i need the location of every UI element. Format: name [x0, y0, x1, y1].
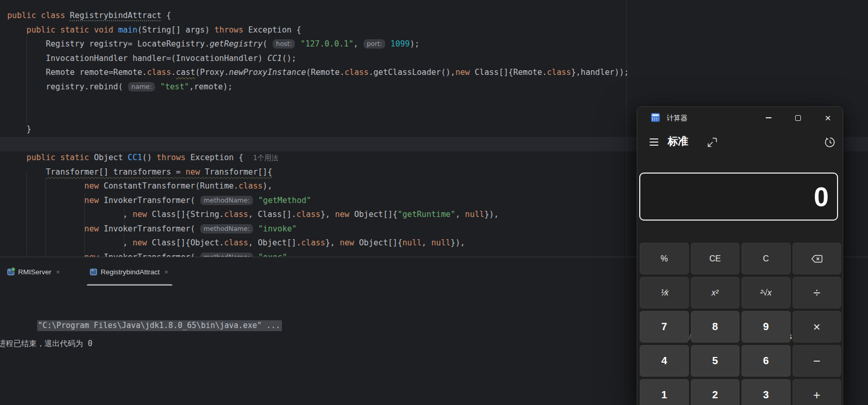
running-indicator: [11, 267, 15, 272]
window-controls: ✕: [754, 107, 843, 129]
console-line-command[interactable]: "C:\Program Files\Java\jdk1.8.0_65\bin\j…: [0, 309, 282, 342]
key-6[interactable]: 6: [741, 345, 791, 377]
code-line[interactable]: new InvokerTransformer( methodName: "get…: [7, 194, 311, 208]
run-tabs: RMIServer×RegistrybindAttract×: [4, 257, 172, 286]
code-line[interactable]: registry.rebind( name: "test",remote);: [7, 80, 232, 95]
key-CE[interactable]: CE: [691, 243, 740, 274]
calculator-titlebar[interactable]: 计算器 ✕: [637, 107, 843, 129]
tab-label: RMIServer: [18, 268, 52, 276]
key-8[interactable]: 8: [691, 311, 740, 342]
key-²√x[interactable]: ²√x: [741, 277, 791, 308]
key-C[interactable]: C: [741, 243, 791, 274]
tab-label: RegistrybindAttract: [101, 268, 160, 276]
maximize-icon: [795, 115, 801, 121]
key-5[interactable]: 5: [691, 345, 740, 377]
close-tab-icon[interactable]: ×: [163, 269, 169, 275]
key-2[interactable]: 2: [691, 379, 740, 405]
minimize-button[interactable]: [754, 107, 783, 129]
keypad: %CEC⅟xx²²√x÷789×456−123+: [640, 243, 841, 405]
run-tab-RegistrybindAttract[interactable]: RegistrybindAttract×: [87, 257, 172, 286]
close-icon: ✕: [825, 114, 831, 122]
key-x²[interactable]: x²: [691, 277, 740, 308]
key-4[interactable]: 4: [640, 345, 689, 377]
history-icon[interactable]: [824, 136, 836, 148]
code-line[interactable]: , new Class[]{Object.class, Object[].cla…: [7, 236, 465, 251]
calculator-navbar: 标准: [637, 131, 843, 155]
console-tab-icon: [90, 269, 97, 275]
code-line[interactable]: new ConstantTransformer(Runtime.class),: [7, 179, 272, 194]
key-−[interactable]: −: [793, 345, 842, 377]
code-line[interactable]: Transformer[] transformers = new Transfo…: [7, 165, 272, 180]
key-⅟x[interactable]: ⅟x: [640, 277, 689, 308]
right-margin-guide: [626, 0, 627, 257]
key-÷[interactable]: ÷: [793, 277, 842, 308]
key-+[interactable]: +: [793, 379, 842, 405]
hamburger-menu-icon[interactable]: [650, 138, 658, 146]
code-line[interactable]: }: [7, 122, 31, 137]
calculator-window: 计算器 ✕ 标准: [637, 106, 843, 405]
code-line[interactable]: new InvokerTransformer( methodName: "exe…: [7, 251, 287, 257]
maximize-button[interactable]: [783, 107, 813, 129]
close-button[interactable]: ✕: [813, 107, 843, 129]
code-line[interactable]: new InvokerTransformer( methodName: "inv…: [7, 222, 297, 237]
calculator-title: 计算器: [667, 114, 688, 123]
console-line-exit: 进程已结束，退出代码为 0: [0, 338, 92, 349]
code-line[interactable]: Remote remote=Remote.class.cast(Proxy.ne…: [7, 66, 629, 80]
code-line[interactable]: public static void main(String[] args) t…: [7, 23, 301, 38]
calculator-app-icon: [651, 113, 660, 122]
key-7[interactable]: 7: [640, 311, 689, 342]
code-line[interactable]: , new Class[]{String.class, Class[].clas…: [7, 208, 499, 222]
key-1[interactable]: 1: [640, 379, 689, 405]
screen: public class RegistrybindAttract { publi…: [0, 0, 868, 405]
key-×[interactable]: ×: [793, 311, 842, 342]
code-line[interactable]: Registry registry= LocateRegistry.getReg…: [7, 37, 419, 52]
close-tab-icon[interactable]: ×: [55, 269, 61, 275]
calculator-display[interactable]: 0: [639, 173, 838, 221]
code-line[interactable]: InvocationHandler handler=(InvocationHan…: [7, 52, 296, 66]
console-tab-icon: [7, 269, 14, 275]
minimize-icon: [766, 117, 771, 118]
keep-on-top-icon[interactable]: [706, 137, 718, 148]
run-tab-RMIServer[interactable]: RMIServer×: [4, 257, 64, 286]
key-9[interactable]: 9: [741, 311, 791, 342]
key-⌫[interactable]: [793, 243, 842, 274]
calculator-mode-label: 标准: [668, 134, 688, 148]
code-line[interactable]: public class RegistrybindAttract {: [7, 9, 171, 23]
key-%[interactable]: %: [640, 243, 689, 274]
key-3[interactable]: 3: [741, 379, 791, 405]
display-value: 0: [814, 183, 829, 210]
code-line[interactable]: public static Object CC1() throws Except…: [7, 151, 278, 165]
